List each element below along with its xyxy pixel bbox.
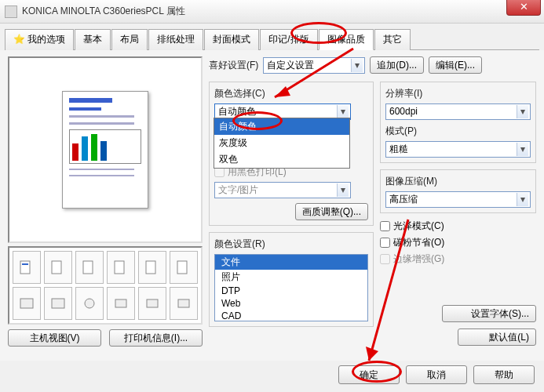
resolution-value: 600dpi	[389, 106, 418, 117]
preview-column: 主机视图(V) 打印机信息(I)...	[8, 56, 203, 358]
right-column: 分辨率(I) 600dpi 模式(P) 粗糙 图像压缩(M) 高压缩 光泽模式(…	[380, 82, 536, 358]
color-select-label: 颜色选择(C)	[214, 87, 368, 100]
svg-rect-12	[178, 299, 189, 307]
thumb-item[interactable]	[75, 251, 104, 284]
mode-combo[interactable]: 粗糙	[385, 141, 531, 158]
svg-rect-6	[177, 261, 187, 274]
toner-save-label: 碳粉节省(O)	[393, 236, 444, 249]
tab-strip: ⭐ 我的选项 基本 布局 排纸处理 封面模式 印记/排版 图像品质 其它	[5, 28, 539, 50]
page-preview	[8, 56, 203, 243]
svg-rect-5	[146, 261, 155, 274]
host-view-button[interactable]: 主机视图(V)	[8, 329, 101, 347]
default-button[interactable]: 默认值(L)	[458, 328, 536, 346]
list-item-web[interactable]: Web	[215, 297, 367, 310]
thumb-item[interactable]	[13, 251, 41, 284]
pattern-combo: 文字/图片	[214, 182, 351, 198]
favorite-value: 自定义设置	[267, 60, 314, 71]
thumb-item[interactable]	[44, 287, 72, 320]
list-item-cad[interactable]: CAD	[215, 310, 367, 321]
tab-label: 我的选项	[27, 34, 65, 45]
tab-other[interactable]: 其它	[374, 29, 411, 50]
svg-rect-11	[147, 299, 158, 307]
font-settings-button[interactable]: 设置字体(S)...	[442, 305, 536, 322]
preview-page	[62, 91, 148, 209]
svg-rect-2	[52, 261, 61, 274]
tab-stamp[interactable]: 印记/排版	[260, 29, 317, 50]
mode-value: 粗糙	[389, 143, 408, 154]
edit-favorite-button[interactable]: 编辑(E)...	[429, 56, 482, 74]
pattern-value: 文字/图片	[218, 184, 258, 195]
thumb-item[interactable]	[75, 287, 104, 320]
tab-image-quality[interactable]: 图像品质	[319, 29, 374, 50]
color-opt-twocolor[interactable]: 双色	[214, 151, 349, 168]
compress-combo[interactable]: 高压缩	[385, 191, 531, 208]
list-item-dtp[interactable]: DTP	[215, 285, 367, 297]
printer-info-button[interactable]: 打印机信息(I)...	[109, 329, 203, 347]
thumb-item[interactable]	[44, 251, 72, 284]
resolution-combo[interactable]: 600dpi	[385, 103, 531, 120]
window-title: KONICA MINOLTA C360eriesPCL 属性	[22, 5, 185, 18]
svg-rect-10	[115, 299, 126, 307]
ok-button[interactable]: 确定	[338, 365, 400, 384]
cancel-button[interactable]: 取消	[406, 365, 467, 384]
svg-rect-1	[22, 263, 28, 265]
gloss-checkbox[interactable]	[380, 221, 390, 231]
edge-enhance-label: 边缘增强(G)	[393, 252, 444, 266]
thumb-item[interactable]	[13, 287, 41, 320]
titlebar: KONICA MINOLTA C360eriesPCL 属性 ✕	[0, 0, 544, 24]
color-select-value: 自动颜色	[218, 106, 256, 117]
edge-enhance-checkbox	[380, 254, 390, 264]
dialog-footer: 确定 取消 帮助	[0, 361, 544, 389]
svg-rect-3	[83, 261, 93, 274]
thumb-item[interactable]	[138, 251, 166, 284]
mode-label: 模式(P)	[385, 125, 531, 138]
tab-cover[interactable]: 封面模式	[204, 29, 259, 50]
color-setting-listbox[interactable]: 文件 照片 DTP Web CAD	[214, 254, 368, 321]
svg-point-9	[85, 299, 94, 308]
tab-layout[interactable]: 布局	[111, 29, 148, 50]
content-area: 主机视图(V) 打印机信息(I)... 喜好设置(F) 自定义设置 追加(D).…	[0, 50, 544, 362]
list-item-file[interactable]: 文件	[215, 255, 367, 270]
svg-rect-4	[115, 261, 124, 274]
svg-rect-7	[20, 299, 33, 308]
help-button[interactable]: 帮助	[473, 365, 535, 384]
toner-save-checkbox[interactable]	[380, 238, 390, 248]
close-button[interactable]: ✕	[506, 0, 541, 16]
resolution-label: 分辨率(I)	[385, 87, 531, 100]
color-dropdown: 自动颜色 灰度级 双色	[214, 118, 350, 169]
compress-value: 高压缩	[389, 194, 418, 205]
tab-paper[interactable]: 排纸处理	[148, 29, 203, 50]
tab-my-options[interactable]: ⭐ 我的选项	[5, 29, 74, 50]
thumb-item[interactable]	[107, 251, 135, 284]
thumb-item[interactable]	[170, 287, 198, 320]
color-opt-auto[interactable]: 自动颜色	[214, 118, 349, 135]
tab-basic[interactable]: 基本	[75, 29, 111, 50]
gloss-label: 光泽模式(C)	[393, 220, 444, 233]
color-setting-label: 颜色设置(R)	[214, 238, 368, 251]
compress-label: 图像压缩(M)	[385, 175, 531, 188]
list-item-photo[interactable]: 照片	[215, 270, 367, 285]
color-column: 颜色选择(C) 自动颜色 自动颜色 灰度级 双色 用黑色打印(L) 文字/图片 …	[209, 82, 374, 358]
thumb-item[interactable]	[138, 287, 166, 320]
add-favorite-button[interactable]: 追加(D)...	[370, 56, 424, 74]
thumb-item[interactable]	[107, 287, 135, 320]
thumb-item[interactable]	[170, 251, 198, 284]
color-opt-gray[interactable]: 灰度级	[214, 135, 349, 151]
svg-rect-0	[20, 261, 30, 274]
quality-adjust-button[interactable]: 画质调整(Q)...	[295, 203, 368, 220]
thumbnail-grid	[8, 246, 203, 325]
svg-rect-8	[52, 299, 64, 308]
printer-icon	[5, 5, 17, 18]
favorite-label: 喜好设置(F)	[209, 59, 258, 72]
favorite-combo[interactable]: 自定义设置	[263, 57, 365, 74]
